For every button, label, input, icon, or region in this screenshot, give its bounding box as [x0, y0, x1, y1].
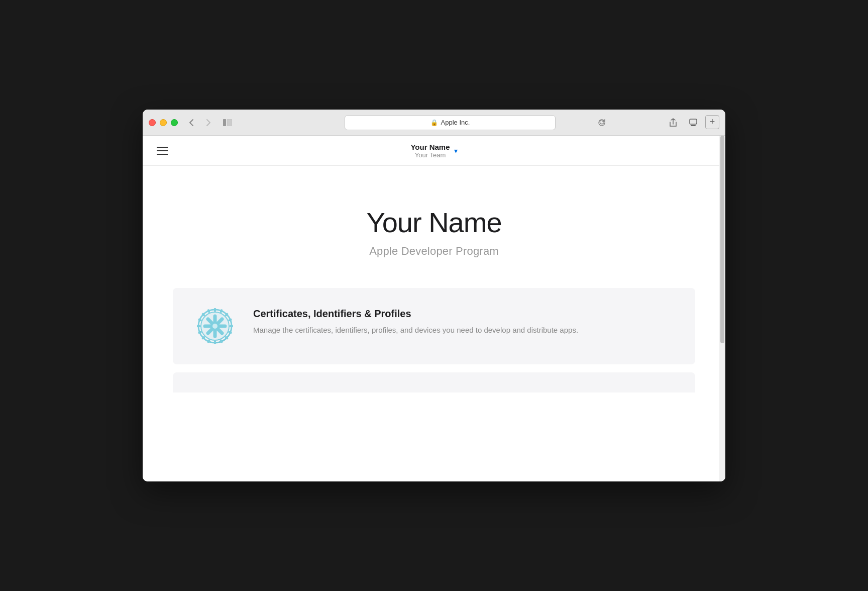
- cards-section: Certificates, Identifiers & Profiles Man…: [143, 288, 725, 413]
- nav-user-name: Your Name: [410, 143, 450, 151]
- hamburger-line-3: [157, 154, 168, 155]
- title-bar: 🔒 Apple Inc.: [143, 110, 725, 136]
- browser-window: 🔒 Apple Inc.: [143, 110, 725, 481]
- scrollbar-thumb[interactable]: [720, 136, 724, 343]
- svg-rect-5: [214, 308, 216, 312]
- svg-point-24: [212, 324, 218, 329]
- refresh-button[interactable]: [595, 116, 609, 130]
- tab-view-button[interactable]: [685, 115, 701, 130]
- svg-rect-2: [690, 119, 697, 124]
- nav-user-info[interactable]: Your Name Your Team ▾: [410, 143, 457, 159]
- traffic-lights: [149, 119, 178, 126]
- page-content: Your Name Your Team ▾ Your Name Apple De…: [143, 136, 725, 481]
- maximize-button[interactable]: [171, 119, 178, 126]
- lock-icon: 🔒: [430, 119, 438, 126]
- scrollbar-track: [719, 136, 725, 481]
- certificates-icon-wrapper: [195, 306, 235, 346]
- sidebar-toggle-button[interactable]: [220, 115, 235, 130]
- certificates-card[interactable]: Certificates, Identifiers & Profiles Man…: [173, 288, 695, 364]
- hamburger-menu-button[interactable]: [155, 145, 170, 157]
- address-bar[interactable]: 🔒 Apple Inc.: [345, 115, 556, 130]
- nav-user-team: Your Team: [410, 151, 450, 159]
- svg-rect-17: [197, 325, 200, 327]
- svg-rect-13: [214, 341, 216, 344]
- hamburger-line-2: [157, 150, 168, 151]
- add-tab-button[interactable]: +: [705, 115, 719, 129]
- partial-card: [173, 372, 695, 392]
- certificates-card-description: Manage the certificates, identifiers, pr…: [253, 325, 677, 336]
- certificates-card-title: Certificates, Identifiers & Profiles: [253, 308, 677, 320]
- add-tab-icon: +: [710, 117, 715, 127]
- back-button[interactable]: [184, 115, 199, 130]
- certificates-card-content: Certificates, Identifiers & Profiles Man…: [253, 306, 677, 336]
- url-text: Apple Inc.: [441, 119, 470, 126]
- hero-section: Your Name Apple Developer Program: [143, 166, 725, 288]
- svg-rect-9: [230, 325, 233, 327]
- toolbar-right: +: [665, 115, 719, 130]
- hero-program: Apple Developer Program: [163, 245, 705, 258]
- nav-chevron-icon: ▾: [454, 147, 458, 155]
- hamburger-line-1: [157, 147, 168, 148]
- gear-icon: [195, 306, 235, 346]
- nav-buttons: [184, 115, 216, 130]
- address-bar-container: 🔒 Apple Inc.: [241, 115, 659, 130]
- site-nav: Your Name Your Team ▾: [143, 136, 725, 166]
- svg-rect-1: [227, 119, 232, 126]
- forward-button[interactable]: [201, 115, 216, 130]
- svg-rect-3: [691, 125, 696, 126]
- share-button[interactable]: [665, 115, 681, 130]
- close-button[interactable]: [149, 119, 156, 126]
- hero-name: Your Name: [163, 206, 705, 239]
- nav-user-text: Your Name Your Team: [410, 143, 450, 159]
- minimize-button[interactable]: [160, 119, 167, 126]
- svg-rect-0: [223, 119, 226, 126]
